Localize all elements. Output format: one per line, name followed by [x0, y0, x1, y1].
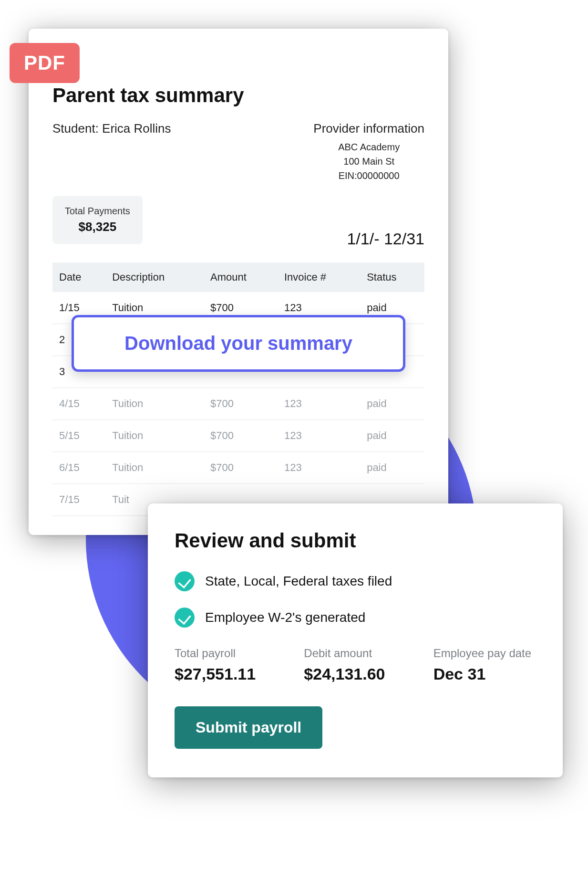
checkmark-icon	[175, 571, 195, 591]
total-payments-value: $8,325	[65, 220, 130, 234]
metric-value: Dec 31	[433, 665, 536, 683]
metric-label: Employee pay date	[433, 647, 536, 660]
provider-address: 100 Main St	[313, 154, 424, 168]
student-label: Student: Erica Rollins	[52, 121, 171, 136]
provider-ein: EIN:00000000	[313, 168, 424, 183]
pdf-badge: PDF	[10, 43, 80, 83]
metric: Debit amount$24,131.60	[304, 647, 406, 683]
check-text: State, Local, Federal taxes filed	[205, 574, 392, 589]
review-submit-card: Review and submit State, Local, Federal …	[148, 503, 563, 777]
cell-invoice: 123	[278, 452, 360, 484]
cell-description: Tuition	[105, 420, 204, 452]
cell-description: Tuition	[105, 388, 204, 420]
tax-summary-card: Parent tax summary Student: Erica Rollin…	[29, 29, 448, 535]
cell-description: Tuition	[105, 452, 204, 484]
metric-value: $27,551.11	[175, 665, 277, 683]
metric: Total payroll$27,551.11	[175, 647, 277, 683]
cell-date: 4/15	[52, 388, 105, 420]
check-text: Employee W-2's generated	[205, 610, 365, 625]
total-payments-label: Total Payments	[65, 206, 130, 217]
tax-summary-title: Parent tax summary	[52, 84, 424, 107]
checkmark-icon	[175, 608, 195, 628]
table-row: 4/15Tuition$700123paid	[52, 388, 424, 420]
cell-date: 5/15	[52, 420, 105, 452]
metric-label: Debit amount	[304, 647, 406, 660]
metrics-row: Total payroll$27,551.11Debit amount$24,1…	[175, 647, 536, 683]
provider-heading: Provider information	[313, 121, 424, 136]
cell-amount: $700	[204, 420, 278, 452]
cell-invoice: 123	[278, 388, 360, 420]
cell-invoice: 123	[278, 420, 360, 452]
table-row: 6/15Tuition$700123paid	[52, 452, 424, 484]
download-summary-button[interactable]: Download your summary	[72, 315, 405, 372]
check-row: Employee W-2's generated	[175, 608, 536, 628]
metric-value: $24,131.60	[304, 665, 406, 683]
total-payments-box: Total Payments $8,325	[52, 196, 143, 244]
cell-amount: $700	[204, 452, 278, 484]
check-row: State, Local, Federal taxes filed	[175, 571, 536, 591]
cell-amount: $700	[204, 388, 278, 420]
transactions-table: Date Description Amount Invoice # Status…	[52, 262, 424, 516]
review-title: Review and submit	[175, 529, 536, 552]
submit-payroll-button[interactable]: Submit payroll	[175, 706, 322, 749]
col-status: Status	[360, 262, 424, 292]
metric-label: Total payroll	[175, 647, 277, 660]
cell-date: 7/15	[52, 484, 105, 516]
provider-info: Provider information ABC Academy 100 Mai…	[313, 121, 424, 183]
cell-status: paid	[360, 420, 424, 452]
table-row: 5/15Tuition$700123paid	[52, 420, 424, 452]
metric: Employee pay dateDec 31	[433, 647, 536, 683]
info-row: Student: Erica Rollins Provider informat…	[52, 121, 424, 183]
col-amount: Amount	[204, 262, 278, 292]
col-date: Date	[52, 262, 105, 292]
cell-status: paid	[360, 452, 424, 484]
provider-name: ABC Academy	[313, 140, 424, 154]
col-invoice: Invoice #	[278, 262, 360, 292]
col-description: Description	[105, 262, 204, 292]
cell-date: 6/15	[52, 452, 105, 484]
cell-status: paid	[360, 388, 424, 420]
